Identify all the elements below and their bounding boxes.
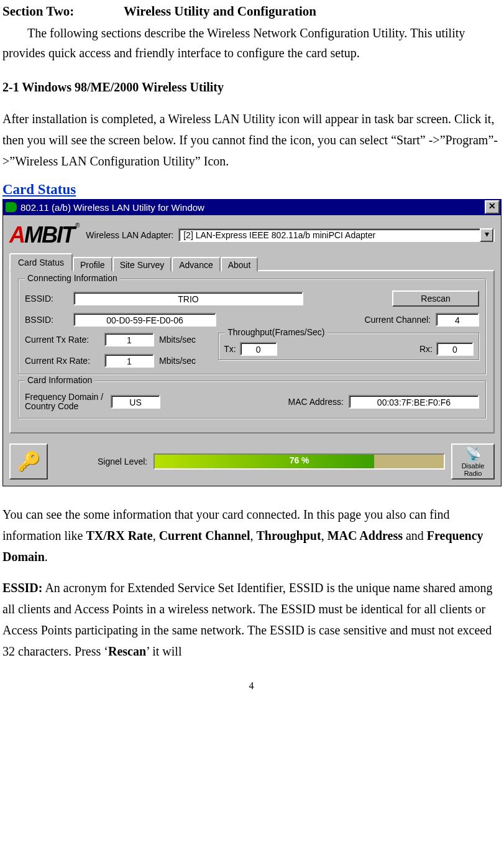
disable-radio-button[interactable]: 📡 Disable Radio (451, 443, 495, 480)
tab-panel-card-status: Connecting Information ESSID: TRIO Resca… (9, 270, 495, 434)
section-title: Section Two: Wireless Utility and Config… (2, 4, 500, 19)
titlebar[interactable]: 802.11 (a/b) Wireless LAN Utility for Wi… (3, 199, 501, 215)
bssid-label: BSSID: (25, 315, 68, 325)
adapter-label: Wireless LAN Adapter: (86, 230, 173, 240)
close-button[interactable]: ✕ (485, 200, 500, 214)
essid-field[interactable]: TRIO (73, 292, 303, 305)
adapter-dropdown[interactable]: [2] LAN-Express IEEE 802.11a/b miniPCI A… (178, 228, 495, 242)
page-number: 4 (2, 680, 500, 692)
rescan-button[interactable]: Rescan (392, 290, 479, 307)
app-icon (6, 202, 17, 212)
group-throughput: Throughput(Frames/Sec) Tx: 0 Rx: 0 (218, 333, 479, 360)
current-channel-label: Current Channel: (364, 315, 431, 325)
group-conn-title: Connecting Information (25, 273, 120, 283)
section-heading-text: Wireless Utility and Configuration (124, 4, 316, 19)
signal-level-percent: 76 % (155, 455, 444, 468)
card-status-heading: Card Status (2, 182, 500, 198)
throughput-title: Throughput(Frames/Sec) (225, 327, 327, 337)
top-row: AMBIT® Wireless LAN Adapter: [2] LAN-Exp… (9, 221, 495, 249)
antenna-icon: 📡 (465, 446, 482, 462)
chevron-down-icon[interactable]: ▾ (480, 228, 493, 242)
rx-rate-label: Current Rx Rate: (25, 356, 99, 366)
tab-advance[interactable]: Advance (172, 257, 220, 271)
essid-def-label: ESSID: (2, 581, 42, 595)
paragraph-after-install: After installation is completed, a Wirel… (2, 108, 500, 172)
rx-rate-field: 1 (104, 354, 154, 368)
tab-about[interactable]: About (221, 257, 259, 271)
throughput-rx-label: Rx: (419, 344, 433, 354)
tab-strip: Card Status Profile Site Survey Advance … (9, 253, 495, 270)
frequency-domain-label: Frequency Domain / Country Code (25, 392, 106, 412)
tab-site-survey[interactable]: Site Survey (112, 257, 172, 271)
group-card-title: Card Information (25, 375, 94, 385)
intro-paragraph: The following sections describe the Wire… (2, 23, 500, 63)
group-card-information: Card Information Frequency Domain / Coun… (18, 381, 486, 419)
frequency-domain-field: US (111, 395, 160, 409)
throughput-tx-field: 0 (240, 342, 277, 356)
mac-address-field: 00:03:7F:BE:F0:F6 (349, 395, 479, 409)
section-label: Section Two: (2, 4, 121, 19)
paragraph-you-can-see: You can see the some information that yo… (2, 504, 500, 567)
adapter-selected: [2] LAN-Express IEEE 802.11a/b miniPCI A… (182, 229, 480, 241)
signal-level-label: Signel Level: (98, 457, 147, 466)
window-body: AMBIT® Wireless LAN Adapter: [2] LAN-Exp… (3, 215, 501, 438)
throughput-tx-label: Tx: (224, 344, 236, 354)
subheading-2-1: 2-1 Windows 98/ME/2000 Wireless Utility (2, 80, 500, 95)
tab-profile[interactable]: Profile (73, 257, 112, 271)
tx-rate-label: Current Tx Rate: (25, 335, 99, 345)
paragraph-essid: ESSID: An acronym for Extended Service S… (2, 577, 500, 662)
bottom-bar: 🔑 Signel Level: 76 % 📡 Disable Radio (3, 438, 501, 486)
tx-rate-field: 1 (104, 333, 154, 346)
disable-radio-label: Disable Radio (452, 462, 493, 477)
mac-address-label: MAC Address: (288, 397, 344, 407)
throughput-rx-field: 0 (436, 342, 474, 356)
rx-rate-unit: Mbits/sec (159, 356, 196, 366)
bssid-field: 00-D0-59-FE-D0-06 (73, 313, 216, 327)
key-icon: 🔑 (17, 450, 40, 472)
tx-rate-unit: Mbits/sec (159, 335, 196, 345)
logo-reg: ® (75, 222, 78, 229)
essid-label: ESSID: (25, 294, 68, 304)
window-title: 802.11 (a/b) Wireless LAN Utility for Wi… (21, 202, 485, 213)
logo: AMBIT® (9, 221, 78, 249)
group-connecting-information: Connecting Information ESSID: TRIO Resca… (18, 279, 486, 374)
tab-card-status[interactable]: Card Status (9, 253, 73, 271)
current-channel-field: 4 (436, 313, 479, 327)
app-window: 802.11 (a/b) Wireless LAN Utility for Wi… (2, 199, 502, 486)
signal-level-bar: 76 % (153, 453, 445, 470)
security-key-button[interactable]: 🔑 (9, 443, 48, 480)
logo-text: AMBIT® (9, 222, 78, 248)
